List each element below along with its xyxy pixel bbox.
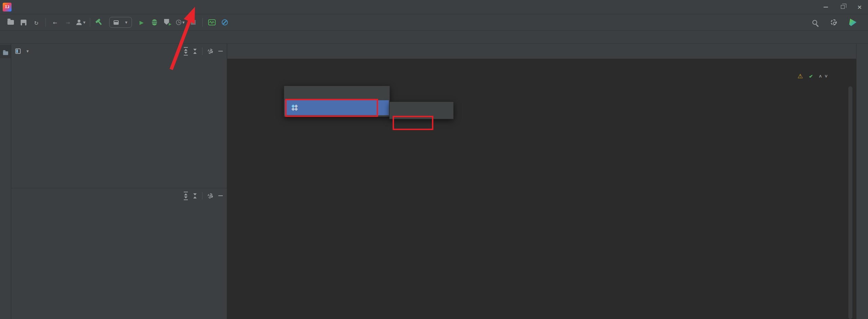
warning-icon: ⚠ bbox=[797, 72, 803, 80]
activity-monitor-button[interactable] bbox=[207, 17, 217, 27]
panel-actions bbox=[184, 47, 223, 56]
run-configuration-select[interactable]: ▼ bbox=[109, 17, 132, 28]
build-artifact-popup-title bbox=[284, 86, 390, 100]
sync-icon: ↻ bbox=[34, 18, 38, 26]
sync-button[interactable]: ↻ bbox=[31, 17, 41, 27]
structure-panel bbox=[11, 188, 227, 319]
profiler-button[interactable]: ▼ bbox=[175, 17, 185, 27]
inspections-widget[interactable]: ⚠ ✔✔ > > bbox=[797, 72, 828, 80]
forward-arrow-icon: → bbox=[66, 18, 70, 26]
debug-bug-icon bbox=[152, 19, 157, 25]
panel-settings-gear-icon[interactable] bbox=[208, 193, 213, 198]
window-controls: × bbox=[817, 0, 868, 14]
toolbar-divider bbox=[90, 18, 90, 27]
back-arrow-icon: ← bbox=[53, 18, 57, 26]
user-icon bbox=[76, 20, 82, 25]
settings-button[interactable] bbox=[829, 17, 839, 27]
ban-icon bbox=[222, 19, 228, 25]
plugin-logo-icon bbox=[849, 18, 857, 26]
project-panel: ▼ bbox=[11, 44, 227, 188]
collapse-all-button[interactable] bbox=[193, 49, 197, 54]
run-with-coverage-button[interactable]: ▶ bbox=[162, 17, 173, 27]
forward-button[interactable]: → bbox=[63, 17, 73, 27]
save-icon bbox=[21, 20, 26, 25]
run-play-icon: ▶ bbox=[140, 18, 144, 26]
next-problem-button[interactable]: > bbox=[824, 75, 829, 77]
chevron-down-icon: ▼ bbox=[125, 20, 127, 25]
power-save-button[interactable] bbox=[220, 17, 230, 27]
editor-scrollbar[interactable] bbox=[848, 86, 852, 319]
tool-window-button-project[interactable] bbox=[0, 45, 11, 58]
hide-panel-button[interactable] bbox=[218, 195, 223, 196]
activity-monitor-icon bbox=[208, 19, 216, 25]
chevron-down-icon[interactable]: ▼ bbox=[26, 49, 29, 54]
toolbar-divider bbox=[202, 18, 203, 27]
chevron-down-icon: ▼ bbox=[182, 20, 185, 25]
main-toolbar: ↻ ← → ▼ ▼ ▶ ▶ ▼ bbox=[0, 14, 868, 31]
folder-icon bbox=[3, 51, 8, 55]
hammer-icon bbox=[94, 17, 105, 28]
open-folder-button[interactable] bbox=[5, 17, 16, 27]
toolbar-right-cluster bbox=[808, 17, 868, 27]
panel-divider bbox=[202, 47, 202, 55]
build-artifact-popup bbox=[284, 86, 390, 117]
editor-context-row bbox=[227, 59, 856, 72]
editor-area bbox=[227, 44, 856, 319]
gear-icon bbox=[831, 19, 837, 25]
project-tool-window-icon bbox=[15, 48, 21, 54]
hide-panel-button[interactable] bbox=[218, 51, 223, 51]
plugin-logo-button[interactable] bbox=[848, 17, 858, 27]
left-tool-window-bar bbox=[0, 44, 11, 319]
close-button[interactable]: × bbox=[851, 0, 868, 14]
action-popup bbox=[389, 102, 454, 119]
search-icon bbox=[812, 20, 817, 25]
run-button[interactable]: ▶ bbox=[137, 17, 147, 27]
structure-panel-header bbox=[11, 188, 227, 203]
structure-toolbar bbox=[11, 203, 227, 219]
stop-icon bbox=[191, 20, 196, 25]
open-folder-icon bbox=[7, 20, 14, 25]
collapse-all-button[interactable] bbox=[193, 193, 197, 198]
panel-settings-gear-icon[interactable] bbox=[208, 49, 213, 54]
expand-all-button[interactable] bbox=[184, 47, 188, 56]
chevron-down-icon: ▼ bbox=[83, 20, 85, 25]
back-button[interactable]: ← bbox=[50, 17, 60, 27]
previous-problem-button[interactable]: > bbox=[818, 75, 823, 77]
artifact-item-helloworld-jar[interactable] bbox=[285, 100, 389, 115]
artifact-icon bbox=[292, 105, 298, 111]
panel-divider bbox=[202, 192, 202, 199]
restore-button[interactable] bbox=[834, 0, 851, 14]
minimize-button[interactable] bbox=[817, 0, 834, 14]
left-panels: ▼ bbox=[11, 44, 227, 319]
debug-button[interactable] bbox=[150, 17, 160, 27]
editor-tab-bar bbox=[227, 44, 856, 59]
ide-window: IJ × ↻ ← → ▼ ▼ ▶ ▶ ▼ bbox=[0, 0, 868, 319]
typo-check-icon: ✔✔ bbox=[809, 73, 810, 79]
toolbar-divider bbox=[45, 18, 46, 27]
profile-button[interactable]: ▼ bbox=[76, 17, 86, 27]
right-tool-window-bar bbox=[856, 44, 868, 319]
search-everywhere-button[interactable] bbox=[810, 17, 820, 27]
stop-button[interactable] bbox=[188, 17, 198, 27]
action-popup-title bbox=[390, 102, 453, 116]
save-all-button[interactable] bbox=[18, 17, 28, 27]
project-tree bbox=[11, 59, 227, 60]
structure-tree bbox=[11, 219, 227, 220]
profiler-clock-icon bbox=[176, 20, 181, 25]
minimize-icon bbox=[824, 7, 828, 7]
panel-actions bbox=[184, 192, 223, 200]
project-panel-header: ▼ bbox=[11, 44, 227, 59]
module-icon bbox=[114, 20, 119, 25]
main-area: ▼ bbox=[0, 44, 868, 319]
coverage-shield-icon: ▶ bbox=[164, 19, 171, 26]
restore-icon bbox=[841, 5, 845, 9]
breadcrumb bbox=[0, 31, 868, 44]
build-project-button[interactable] bbox=[94, 17, 104, 27]
idea-logo-icon: IJ bbox=[3, 3, 12, 12]
title-bar: IJ × bbox=[0, 0, 868, 14]
expand-all-button[interactable] bbox=[184, 192, 188, 200]
